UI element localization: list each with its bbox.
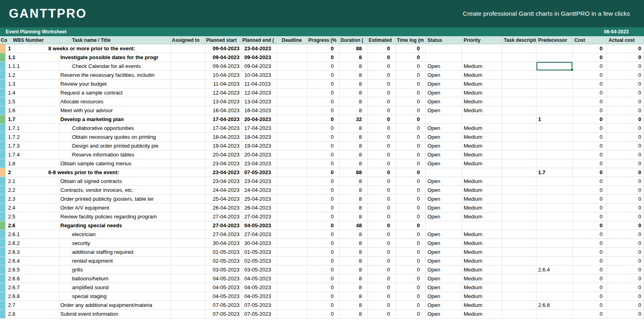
cell-estimated[interactable]: 0: [368, 230, 396, 239]
row-color-tag[interactable]: [0, 248, 6, 256]
cell-status[interactable]: Open: [426, 195, 462, 203]
cell-estimated[interactable]: 0: [368, 257, 396, 265]
cell-task_desc[interactable]: [502, 88, 537, 97]
cell-deadline[interactable]: [277, 97, 308, 106]
col-header-duration[interactable]: Duration (: [340, 36, 368, 44]
cell-duration[interactable]: 8: [340, 230, 368, 239]
cell-planned_end[interactable]: 09-04-2023: [242, 62, 277, 70]
cell-actual_cost[interactable]: 0: [607, 195, 644, 203]
cell-priority[interactable]: Medium: [462, 133, 502, 141]
cell-assigned[interactable]: [171, 301, 205, 309]
cell-estimated[interactable]: 0: [368, 80, 396, 88]
cell-planned_end[interactable]: 17-04-2023: [242, 124, 277, 132]
cell-wbs[interactable]: 2.6: [6, 221, 60, 230]
cell-status[interactable]: Open: [426, 124, 462, 132]
row-color-tag[interactable]: [0, 292, 6, 300]
cell-progress[interactable]: 0: [308, 257, 340, 265]
cell-assigned[interactable]: [171, 88, 205, 97]
cell-deadline[interactable]: [277, 204, 308, 212]
row-color-tag[interactable]: [0, 71, 6, 79]
cell-priority[interactable]: Medium: [462, 150, 502, 159]
cell-planned_start[interactable]: 20-04-2023: [205, 150, 242, 159]
cell-predecessor[interactable]: 1.7: [537, 168, 573, 177]
cell-timelog[interactable]: 0: [396, 80, 426, 88]
cell-task_desc[interactable]: [502, 204, 537, 212]
task-title[interactable]: Reserve the necessary facilities, includ…: [60, 71, 155, 79]
cell-wbs[interactable]: 2.6.1: [6, 230, 60, 239]
cell-progress[interactable]: 0: [308, 186, 340, 194]
cell-deadline[interactable]: [277, 150, 308, 159]
cell-predecessor[interactable]: [537, 53, 573, 62]
cell-deadline[interactable]: [277, 230, 308, 239]
cell-actual_cost[interactable]: 0: [607, 248, 644, 256]
cell-actual_cost[interactable]: 0: [607, 106, 644, 115]
cell-planned_end[interactable]: 07-05-2023: [242, 168, 277, 177]
cell-duration[interactable]: 8: [340, 248, 368, 256]
cell-planned_end[interactable]: 10-04-2023: [242, 71, 277, 79]
cell-task_desc[interactable]: [502, 186, 537, 194]
cell-actual_cost[interactable]: 0: [607, 212, 644, 221]
cell-priority[interactable]: Medium: [462, 106, 502, 115]
cell-cost[interactable]: 0: [573, 265, 607, 274]
cell-task_desc[interactable]: [502, 257, 537, 265]
cell-task_desc[interactable]: [502, 195, 537, 203]
cell-task_desc[interactable]: [502, 248, 537, 256]
row-color-tag[interactable]: [0, 133, 6, 141]
cell-estimated[interactable]: 0: [368, 310, 396, 318]
cell-duration[interactable]: 8: [340, 265, 368, 274]
cell-progress[interactable]: 0: [308, 292, 340, 300]
cell-planned_end[interactable]: 04-05-2023: [242, 221, 277, 230]
task-title[interactable]: Collaborative opportunities: [72, 124, 135, 132]
cell-timelog[interactable]: 0: [396, 230, 426, 239]
cell-planned_start[interactable]: 27-04-2023: [205, 221, 242, 230]
cell-assigned[interactable]: [171, 80, 205, 88]
task-title[interactable]: 8 weeks or more prior to the event:: [48, 44, 136, 53]
cell-estimated[interactable]: 0: [368, 265, 396, 274]
cell-planned_start[interactable]: 18-04-2023: [205, 133, 242, 141]
cell-predecessor[interactable]: [537, 186, 573, 194]
cell-task_desc[interactable]: [502, 80, 537, 88]
cell-duration[interactable]: 8: [340, 186, 368, 194]
cell-timelog[interactable]: 0: [396, 168, 426, 177]
cell-status[interactable]: [426, 115, 462, 123]
cell-task_desc[interactable]: [502, 159, 537, 168]
task-title[interactable]: Obtain sample catering menus: [60, 159, 132, 168]
cell-wbs[interactable]: 2.6.3: [6, 248, 60, 256]
col-header-timelog[interactable]: Time log (m: [396, 36, 426, 44]
cell-priority[interactable]: Medium: [462, 195, 502, 203]
cell-planned_start[interactable]: 23-04-2023: [205, 168, 242, 177]
task-title[interactable]: Obtain all signed contracts: [60, 177, 123, 185]
cell-assigned[interactable]: [171, 71, 205, 79]
cell-priority[interactable]: [462, 221, 502, 230]
task-title[interactable]: Regarding special needs: [60, 221, 123, 230]
cell-actual_cost[interactable]: 0: [607, 274, 644, 283]
task-title[interactable]: grills: [72, 265, 84, 274]
cell-status[interactable]: Open: [426, 133, 462, 141]
task-title[interactable]: Check Calendar for all events: [72, 62, 142, 70]
cell-progress[interactable]: 0: [308, 80, 340, 88]
cell-actual_cost[interactable]: 0: [607, 283, 644, 292]
cell-progress[interactable]: 0: [308, 212, 340, 221]
cell-cost[interactable]: 0: [573, 204, 607, 212]
cell-progress[interactable]: 0: [308, 204, 340, 212]
cell-deadline[interactable]: [277, 212, 308, 221]
cell-planned_end[interactable]: 20-04-2023: [242, 115, 277, 123]
cell-duration[interactable]: 8: [340, 195, 368, 203]
cell-estimated[interactable]: 0: [368, 133, 396, 141]
cell-timelog[interactable]: 0: [396, 195, 426, 203]
cell-estimated[interactable]: 0: [368, 177, 396, 185]
cell-estimated[interactable]: 0: [368, 53, 396, 62]
cell-duration[interactable]: 8: [340, 62, 368, 70]
cell-progress[interactable]: 0: [308, 168, 340, 177]
cell-cost[interactable]: 0: [573, 62, 607, 70]
cell-assigned[interactable]: [171, 133, 205, 141]
cell-status[interactable]: Open: [426, 186, 462, 194]
cell-wbs[interactable]: 1.7.2: [6, 133, 60, 141]
cell-deadline[interactable]: [277, 265, 308, 274]
cell-status[interactable]: [426, 168, 462, 177]
cell-indent[interactable]: [60, 230, 71, 239]
cell-predecessor[interactable]: [537, 124, 573, 132]
cell-status[interactable]: Open: [426, 310, 462, 318]
cell-duration[interactable]: 88: [340, 44, 368, 53]
cell-predecessor[interactable]: [537, 177, 573, 185]
